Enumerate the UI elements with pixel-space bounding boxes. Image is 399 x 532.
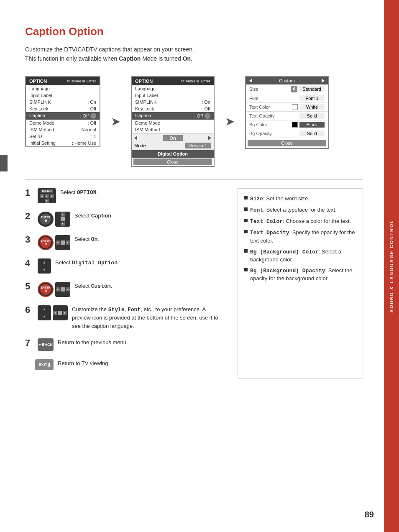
enter-label-3: ENTER <box>41 239 51 242</box>
step-7-text: Return to the previous menu. <box>58 338 225 347</box>
down-arrow-4: ▼ <box>43 268 46 272</box>
submenu-on-row: On Mode Service1 <box>132 133 214 150</box>
menu2-header: OPTION ⟳ Move ⊕ Enter <box>132 77 214 85</box>
step-2: 2 ENTER ⊕ ▴ ▾ <box>25 212 225 227</box>
nav-button-6[interactable]: ◂ ▸ <box>53 305 68 320</box>
font-value: Font 1 <box>299 95 325 101</box>
center-3[interactable] <box>61 240 65 245</box>
menu2-nav: ⟳ Move ⊕ Enter <box>181 79 210 83</box>
white-swatch <box>292 104 298 110</box>
bullet-icon-bgcolor <box>244 249 248 253</box>
bgopacity-value: Solid <box>299 130 325 136</box>
left-6[interactable]: ◂ <box>53 311 57 315</box>
step-4-number: 4 <box>25 258 33 268</box>
menu1-title: OPTION <box>29 79 47 84</box>
left-5[interactable]: ◂ <box>56 287 60 292</box>
down-nav[interactable]: ▾ <box>45 199 49 203</box>
up-arrow-6: ▲ <box>43 307 46 311</box>
bullet-textcolor: Text Color: Choose a color for the text. <box>244 217 356 225</box>
nav-button-2[interactable]: ▴ ▾ <box>55 212 70 227</box>
back-label: ↩BACK <box>38 343 53 347</box>
bgcolor-label: Bg Color <box>249 122 267 127</box>
bgcolor-value: Black <box>292 122 325 128</box>
steps-container: 1 MENU ◂ ▴ ▾ ▸ <box>25 188 363 379</box>
left-nav[interactable]: ◂ <box>40 194 44 198</box>
right-nav[interactable]: ▸ <box>50 194 54 198</box>
step-1-keyword: OPTION <box>77 189 97 196</box>
menu2-language: Language <box>132 85 214 92</box>
step-6-number: 6 <box>25 305 33 315</box>
left-3[interactable]: ◂ <box>56 240 60 245</box>
desc-line1: Customize the DTV/CADTV captions that ap… <box>25 46 194 53</box>
custom-left-arrow <box>249 79 252 83</box>
center-6[interactable] <box>58 311 62 315</box>
menu2-simplink: SIMPLINK: On <box>132 99 214 105</box>
step-6: 6 ▲ ▼ ◂ ▸ Customize the St <box>25 305 225 330</box>
custom-row-font: Font Font 1 <box>246 94 328 103</box>
menu-label: MENU <box>41 189 53 193</box>
center-5[interactable] <box>61 287 65 292</box>
custom-row-bgopacity: Bg Opacity Solid <box>246 129 328 138</box>
enter-button-2[interactable]: ENTER ⊕ <box>38 212 54 227</box>
enter-button-3[interactable]: ENTER ⊕ <box>38 235 54 250</box>
exit-button[interactable]: EXIT▐ <box>35 359 54 370</box>
nav-button-3[interactable]: ◂ ▸ <box>55 235 70 250</box>
submenu-mode-row: Mode Service1 <box>133 142 213 149</box>
enter-button-5[interactable]: ENTER ⊕ <box>38 282 54 297</box>
ud-button-6[interactable]: ▲ ▼ <box>38 305 51 320</box>
down-2[interactable]: ▾ <box>61 222 65 226</box>
menu2-inputlabel: Input Label <box>132 92 214 99</box>
page-number: 89 <box>365 510 374 519</box>
size-value: A Standard <box>291 86 325 92</box>
menu2-ismmethod: ISM Method <box>132 126 214 133</box>
right-6[interactable]: ▸ <box>63 311 67 315</box>
back-button[interactable]: ↩BACK <box>38 338 54 351</box>
step-exit: EXIT▐ Return to TV viewing. <box>35 359 225 370</box>
up-arrow-4: ▲ <box>43 260 46 264</box>
menu1-row-language: Language <box>26 85 100 92</box>
step-1-icons: MENU ◂ ▴ ▾ ▸ <box>38 188 56 203</box>
textcolor-value: White <box>292 104 325 110</box>
up-2[interactable]: ▴ <box>61 212 65 217</box>
bgcolor-val-box: Black <box>299 122 325 128</box>
right-sidebar: SOUND & LANGUAGE CONTROL <box>384 0 399 532</box>
nav-button-5[interactable]: ◂ ▸ <box>55 282 70 297</box>
step-1-number: 1 <box>25 188 33 197</box>
a-icon: A <box>291 86 297 92</box>
step-3-text: Select On. <box>74 235 225 244</box>
custom-row-bgcolor: Bg Color Black <box>246 120 328 129</box>
menu2-keylock: Key Lock: Off <box>132 105 214 112</box>
step-5-icons: ENTER ⊕ ◂ ▸ <box>38 282 70 297</box>
digital-option-btn[interactable]: Digital Option <box>132 150 214 158</box>
bullet-bgopacity: Bg (Background) Opacity: Select the opac… <box>244 267 356 282</box>
menu1-row-setid: Set ID: 1 <box>26 133 100 140</box>
step-2-text: Select Caption <box>74 212 225 220</box>
desc-line2-prefix: This function in only available when <box>25 55 119 62</box>
custom-header: Custom <box>246 77 328 84</box>
center-2[interactable] <box>61 217 65 221</box>
up-nav[interactable]: ▴ <box>45 194 49 198</box>
custom-row-textcolor: Text Color White <box>246 103 328 112</box>
right-arrow-icon <box>208 136 211 140</box>
menu-button[interactable]: MENU ◂ ▴ ▾ ▸ <box>38 188 56 203</box>
menu-screenshot-2-container: OPTION ⟳ Move ⊕ Enter Language Input Lab… <box>131 76 215 167</box>
right-5[interactable]: ▸ <box>66 287 70 292</box>
step-6-font: Font <box>128 307 141 313</box>
close-btn-1[interactable]: Close <box>133 159 212 165</box>
menu-screenshot-1: OPTION ⟳ Move ⊕ Enter Language Input Lab… <box>25 76 100 147</box>
step-7: 7 ↩BACK Return to the previous menu. <box>25 338 225 351</box>
right-3[interactable]: ▸ <box>66 240 70 245</box>
step-3: 3 ENTER ⊕ ◂ ▸ <box>25 235 225 250</box>
step-4-icons: ▲ ▼ <box>38 258 51 274</box>
ud-button-4[interactable]: ▲ ▼ <box>38 258 51 274</box>
page-title: Caption Option <box>25 25 363 38</box>
custom-row-size: Size A Standard <box>246 84 328 94</box>
step-exit-icons: EXIT▐ <box>35 359 54 370</box>
step-4: 4 ▲ ▼ Select Digital Option. <box>25 258 225 274</box>
step-1-text: Select OPTION. <box>60 188 225 197</box>
main-content: Caption Option Customize the DTV/CADTV c… <box>0 0 384 395</box>
size-label: Size <box>249 87 258 92</box>
enter-icon: ⊕ <box>44 219 47 223</box>
close-btn-2[interactable]: Close <box>248 140 326 146</box>
arrow-1: ➤ <box>111 115 120 128</box>
